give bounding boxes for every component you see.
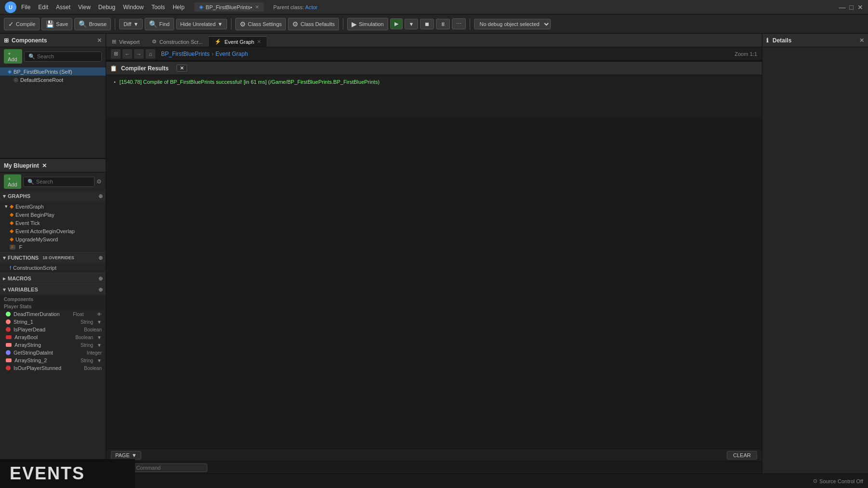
play-button[interactable]: ▶ xyxy=(390,18,403,29)
hide-unrelated-button[interactable]: Hide Unrelated ▼ xyxy=(176,19,227,29)
class-defaults-button[interactable]: ⚙ Class Defaults xyxy=(288,18,339,30)
string1-chevron-icon[interactable]: ▼ xyxy=(97,319,102,325)
menu-debug[interactable]: Debug xyxy=(98,4,115,11)
array-bool-chevron[interactable]: ▼ xyxy=(97,335,102,340)
nav-back-btn[interactable]: ← xyxy=(122,49,132,59)
var-is-stunned[interactable]: IsOurPlayerStunned Boolean xyxy=(0,364,106,372)
compile-button[interactable]: ✓ Compile xyxy=(4,18,40,30)
my-blueprint-close[interactable]: ✕ xyxy=(42,162,47,169)
macros-add-icon[interactable]: ⊕ xyxy=(98,276,103,282)
graph-event-tick[interactable]: ◆ Event Tick xyxy=(0,219,106,227)
var-get-string-data-int[interactable]: GetStringDataInt Integer xyxy=(0,349,106,356)
status-bar: PAGE ▼ CLEAR xyxy=(106,448,762,461)
pause-button[interactable]: ⏸ xyxy=(436,19,450,29)
bp-self-label: BP_FirstBluePrints (Self) xyxy=(14,69,72,75)
var-array-string2[interactable]: ArrayString_2 String ▼ xyxy=(0,356,106,364)
macros-chevron-icon: ▸ xyxy=(3,276,6,282)
begin-play-label: Event BeginPlay xyxy=(15,212,54,218)
left-panel: ⊞ Components ✕ + Add 🔍 ◈ BP_FirstBluePri… xyxy=(0,34,106,474)
page-select-button[interactable]: PAGE ▼ xyxy=(111,451,141,460)
minimize-btn[interactable]: — xyxy=(839,3,846,11)
debug-object-select[interactable]: No debug object selected xyxy=(474,19,551,29)
browse-button[interactable]: 🔍 Browse xyxy=(74,18,111,30)
graph-upgrade-sword[interactable]: ◆ UpgradeMySword xyxy=(0,235,106,243)
class-settings-button[interactable]: ⚙ Class Settings xyxy=(235,18,286,30)
play-dropdown-button[interactable]: ▼ xyxy=(405,19,419,29)
var-array-bool[interactable]: ArrayBool Boolean ▼ xyxy=(0,333,106,341)
diff-button[interactable]: Diff ▼ xyxy=(119,19,143,29)
bp-settings-icon[interactable]: ⚙ xyxy=(96,178,102,185)
menu-file[interactable]: File xyxy=(21,4,30,11)
event-graph-label: EventGraph xyxy=(15,204,44,210)
graph-actor-begin-overlap[interactable]: ◆ Event ActorBeginOverlap xyxy=(0,227,106,235)
sep-4 xyxy=(470,18,470,30)
central-inner: BLUEPRINT ⬡ Get Player Controller Index … xyxy=(106,61,762,448)
menu-edit[interactable]: Edit xyxy=(38,4,48,11)
menu-tools[interactable]: Tools xyxy=(151,4,165,11)
parent-class-link[interactable]: Actor xyxy=(305,4,318,10)
construction-script-tab[interactable]: ⚙ Construction Scr... xyxy=(146,37,209,47)
save-button[interactable]: 💾 Save xyxy=(41,18,72,30)
menu-asset[interactable]: Asset xyxy=(56,4,70,11)
stop-button[interactable]: ⏹ xyxy=(420,19,434,29)
components-panel-title: Components xyxy=(12,37,47,44)
function-construction-script[interactable]: f ConstructionScript xyxy=(0,264,106,272)
menu-window[interactable]: Window xyxy=(123,4,144,11)
array-string-chevron[interactable]: ▼ xyxy=(97,343,102,348)
macros-section-header[interactable]: ▸ MACROS ⊕ xyxy=(0,273,106,284)
breadcrumb-project[interactable]: BP_FirstBluePrints xyxy=(161,51,210,57)
var-dead-timer[interactable]: DeadTimerDuration Float 👁 xyxy=(0,310,106,318)
add-component-button[interactable]: + Add xyxy=(4,49,22,64)
is-dead-label: IsPlayerDead xyxy=(14,327,45,332)
functions-label: FUNCTIONS xyxy=(8,255,39,261)
graph-f[interactable]: F F xyxy=(0,243,106,251)
tab-close-icon[interactable]: ✕ xyxy=(255,4,259,10)
event-graph-tab[interactable]: ⚡ Event Graph ✕ xyxy=(209,36,267,47)
component-search-input[interactable] xyxy=(37,53,97,59)
array-string-type: String xyxy=(81,343,93,348)
breadcrumb-page[interactable]: Event Graph xyxy=(216,51,248,57)
compiler-close-btn[interactable]: ✕ xyxy=(176,65,187,72)
var-string1[interactable]: String_1 String ▼ xyxy=(0,318,106,326)
variables-add-icon[interactable]: ⊕ xyxy=(98,287,103,293)
details-close-btn[interactable]: ✕ xyxy=(859,37,864,44)
nav-forward-btn[interactable]: → xyxy=(134,49,144,59)
graphs-section-header[interactable]: ▾ GRAPHS ⊕ xyxy=(0,191,106,201)
menu-help[interactable]: Help xyxy=(173,4,185,11)
blueprint-search-input[interactable] xyxy=(36,179,90,185)
clear-button[interactable]: CLEAR xyxy=(727,451,757,460)
menu-view[interactable]: View xyxy=(78,4,91,11)
tree-item-bp-self[interactable]: ◈ BP_FirstBluePrints (Self) xyxy=(0,67,106,76)
tree-item-default-scene-root[interactable]: ◎ DefaultSceneRoot xyxy=(0,76,106,84)
close-btn[interactable]: ✕ xyxy=(857,3,863,11)
more-button[interactable]: ⋯ xyxy=(452,18,466,29)
viewport-tab-icon: ⊞ xyxy=(112,39,116,45)
array-string2-chevron[interactable]: ▼ xyxy=(97,358,102,363)
components-panel-close[interactable]: ✕ xyxy=(97,37,102,44)
find-button[interactable]: 🔍 Find xyxy=(145,18,174,30)
player-stats-subsection-label: Player Stats xyxy=(0,303,106,310)
viewport-tab[interactable]: ⊞ Viewport xyxy=(106,37,146,47)
event-graph-tab-close[interactable]: ✕ xyxy=(257,39,261,44)
add-blueprint-button[interactable]: + Add xyxy=(4,174,21,189)
simulation-button[interactable]: ▶ Simulation xyxy=(347,18,388,30)
var-array-string[interactable]: ArrayString String ▼ xyxy=(0,341,106,349)
find-icon: 🔍 xyxy=(149,20,157,28)
array-bool-dot xyxy=(6,335,12,339)
blueprint-search-box[interactable]: 🔍 xyxy=(23,177,95,187)
nav-graph-icon[interactable]: ⊞ xyxy=(111,49,121,59)
variables-section-header[interactable]: ▾ VARIABLES ⊕ xyxy=(0,284,106,295)
dead-timer-eye-icon[interactable]: 👁 xyxy=(97,312,102,317)
macros-label: MACROS xyxy=(8,276,31,281)
graphs-add-icon[interactable]: ⊕ xyxy=(98,193,103,199)
functions-add-icon[interactable]: ⊕ xyxy=(98,255,103,261)
window-controls: — □ ✕ xyxy=(839,3,863,11)
var-is-player-dead[interactable]: IsPlayerDead Boolean xyxy=(0,326,106,333)
maximize-btn[interactable]: □ xyxy=(850,3,854,11)
graph-event-graph[interactable]: ▾ ◆ EventGraph xyxy=(0,202,106,211)
component-search-box[interactable]: 🔍 xyxy=(24,52,102,62)
nav-home-btn[interactable]: ⌂ xyxy=(146,49,155,59)
variables-chevron-icon: ▾ xyxy=(3,287,6,293)
functions-section-header[interactable]: ▾ FUNCTIONS 18 OVERRIDES ⊕ xyxy=(0,252,106,263)
graph-begin-play[interactable]: ◆ Event BeginPlay xyxy=(0,211,106,219)
